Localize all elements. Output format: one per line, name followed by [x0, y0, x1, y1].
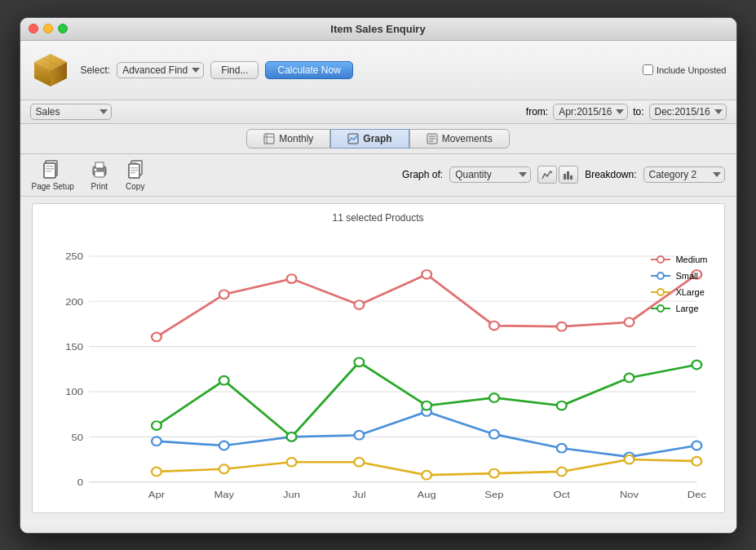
tab-graph[interactable]: Graph: [330, 129, 409, 149]
svg-text:Oct: Oct: [553, 489, 570, 499]
svg-point-81: [624, 373, 634, 382]
legend-xlarge-label: XLarge: [675, 287, 704, 297]
toolbar-right: Include Unposted: [643, 64, 727, 75]
chart-title: 11 selected Products: [41, 212, 716, 224]
graph-controls: Graph of: Quantity Breakdo: [402, 166, 724, 184]
svg-text:0: 0: [77, 477, 82, 487]
svg-rect-20: [46, 168, 54, 170]
svg-rect-19: [46, 166, 54, 167]
svg-point-96: [657, 273, 664, 279]
movements-tab-icon: [427, 133, 438, 144]
svg-text:100: 100: [65, 386, 83, 397]
graph-toolbar-left: Page Setup Print: [32, 159, 146, 191]
svg-point-53: [556, 322, 566, 330]
titlebar: Item Sales Enquiry: [20, 18, 736, 41]
svg-text:Sep: Sep: [484, 489, 503, 499]
svg-point-76: [286, 432, 296, 441]
svg-point-69: [422, 470, 431, 479]
svg-rect-29: [130, 170, 138, 171]
legend-medium-icon: [651, 255, 670, 264]
to-date-select[interactable]: Dec:2015/16: [649, 104, 727, 120]
line-chart-button[interactable]: [537, 166, 557, 184]
svg-text:50: 50: [71, 432, 83, 442]
copy-button[interactable]: Copy: [125, 159, 146, 191]
svg-text:250: 250: [65, 251, 83, 261]
graph-toolbar: Page Setup Print: [20, 154, 736, 197]
top-toolbar: Select: Advanced Find Find... Calculate …: [20, 41, 736, 100]
close-button[interactable]: [29, 24, 38, 33]
chart-area: 11 selected Products 0 50 100 150 200: [32, 203, 725, 513]
svg-text:150: 150: [65, 341, 83, 352]
svg-point-79: [489, 393, 499, 402]
graph-tab-icon: [347, 133, 359, 144]
include-unposted-label: Include Unposted: [657, 65, 727, 75]
svg-text:200: 200: [65, 296, 83, 307]
tab-graph-label: Graph: [363, 133, 391, 144]
copy-label: Copy: [126, 182, 144, 191]
monthly-tab-icon: [263, 133, 275, 144]
maximize-button[interactable]: [58, 24, 68, 33]
graph-of-select[interactable]: Quantity: [449, 166, 531, 183]
find-button[interactable]: Find...: [210, 61, 259, 79]
graph-of-label: Graph of:: [402, 169, 443, 180]
svg-point-70: [489, 468, 499, 477]
legend-xlarge-icon: [651, 287, 670, 297]
svg-point-57: [219, 441, 228, 450]
legend-large-label: Large: [675, 304, 698, 313]
svg-text:Jul: Jul: [352, 489, 366, 499]
svg-rect-32: [564, 174, 566, 180]
from-date-select[interactable]: Apr:2015/16: [553, 104, 628, 120]
chart-svg: 0 50 100 150 200 250: [41, 230, 716, 499]
svg-point-59: [354, 430, 364, 439]
svg-point-65: [152, 467, 161, 476]
svg-point-74: [152, 421, 161, 430]
svg-point-64: [692, 441, 701, 450]
svg-rect-5: [264, 134, 274, 144]
sales-select[interactable]: Sales: [30, 104, 112, 120]
secondary-toolbar: Sales from: Apr:2015/16 to: Dec:2015/16: [20, 100, 736, 124]
bar-chart-button[interactable]: [559, 166, 578, 184]
legend-large: Large: [651, 304, 707, 313]
toolbar-left: Select: Advanced Find Find... Calculate …: [80, 61, 352, 79]
svg-point-71: [556, 467, 566, 476]
tab-movements-label: Movements: [442, 133, 493, 144]
svg-point-68: [354, 457, 364, 466]
print-button[interactable]: Print: [89, 159, 110, 191]
page-setup-icon: [42, 159, 64, 180]
svg-point-66: [219, 464, 228, 473]
calculate-button[interactable]: Calculate Now: [265, 61, 352, 79]
legend-small: Small: [651, 271, 707, 281]
bottom-section: [20, 520, 736, 533]
svg-point-61: [489, 429, 499, 438]
tab-monthly[interactable]: Monthly: [246, 129, 330, 149]
svg-rect-23: [95, 162, 104, 168]
svg-text:Apr: Apr: [148, 489, 164, 499]
to-label: to:: [633, 106, 643, 118]
copy-icon: [125, 159, 146, 180]
svg-point-52: [489, 321, 499, 330]
date-row: from: Apr:2015/16 to: Dec:2015/16: [526, 104, 727, 120]
bar-chart-icon: [563, 169, 574, 180]
chart-wrapper: 0 50 100 150 200 250: [41, 230, 716, 499]
legend-xlarge: XLarge: [651, 287, 707, 297]
svg-rect-30: [130, 172, 135, 174]
traffic-lights: [29, 24, 68, 33]
include-unposted-checkbox[interactable]: [643, 64, 653, 75]
legend-large-icon: [651, 304, 670, 313]
svg-point-49: [286, 274, 296, 283]
page-setup-button[interactable]: Page Setup: [32, 159, 74, 191]
svg-point-100: [657, 305, 664, 312]
svg-point-56: [152, 437, 161, 446]
minimize-button[interactable]: [43, 24, 53, 33]
breakdown-select[interactable]: Category 2: [643, 166, 725, 183]
select-label: Select:: [80, 64, 110, 76]
tab-movements[interactable]: Movements: [409, 129, 510, 149]
page-setup-label: Page Setup: [32, 182, 74, 191]
legend-small-icon: [651, 271, 670, 281]
svg-point-48: [219, 290, 228, 299]
svg-point-94: [657, 256, 664, 263]
svg-point-47: [152, 332, 161, 341]
svg-point-50: [354, 300, 364, 309]
advanced-find-select[interactable]: Advanced Find: [117, 62, 204, 78]
svg-rect-34: [570, 175, 573, 180]
